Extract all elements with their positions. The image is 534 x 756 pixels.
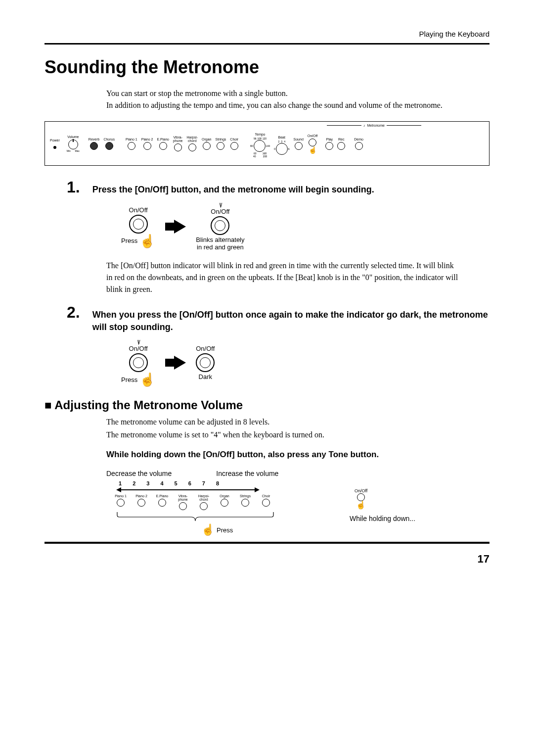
tone-button-icon	[179, 502, 187, 510]
tone-label: Organ	[202, 138, 211, 141]
chorus-label: Chorus	[103, 138, 115, 141]
tone-button-icon	[117, 499, 125, 507]
blink-lines-icon: \ | /	[220, 202, 222, 208]
onoff-caption: On/Off	[129, 345, 148, 352]
tone-label: Vibra- phone	[178, 494, 187, 501]
arrow-right-icon	[165, 220, 186, 234]
subsection-para-2: The metronome volume is set to "4" when …	[106, 429, 460, 441]
tone-button-icon	[221, 499, 228, 507]
tone-button-icon	[137, 499, 145, 507]
tone-label: Harpsi- chord	[187, 136, 198, 142]
hand-pointer-icon: ☝	[356, 501, 366, 509]
tone-button-icon	[143, 142, 151, 150]
chorus-button-icon	[105, 142, 113, 150]
rec-button-icon	[337, 142, 345, 150]
onoff-button-large-icon	[211, 216, 229, 235]
blink-lines-icon: \ | /	[137, 339, 139, 345]
power-label: Power	[50, 139, 60, 142]
page-number: 17	[44, 553, 490, 566]
press-caption: Press	[121, 376, 137, 383]
metronome-section-label: Metronome	[367, 124, 385, 127]
tone-button-icon	[230, 142, 238, 150]
onoff-button-icon	[357, 493, 365, 501]
hand-pointer-icon: ☝	[139, 373, 155, 386]
chapter-header: Playing the Keyboard	[44, 30, 490, 38]
tone-button-icon	[188, 143, 196, 151]
level-number: 4	[160, 480, 163, 486]
beat-label: Beat	[278, 136, 285, 139]
tone-label: Piano 1	[126, 138, 137, 141]
level-number: 1	[119, 480, 122, 486]
level-number: 5	[175, 480, 178, 486]
blink-caption: Blinks alternately in red and green	[196, 236, 244, 251]
tone-button-icon	[159, 142, 167, 150]
while-holding-caption: While holding down...	[350, 515, 415, 522]
tone-label: E.Piano	[156, 494, 169, 498]
tone-label: Choir	[230, 138, 238, 141]
step-2-heading: 2. When you press the [On/Off] button on…	[67, 303, 490, 333]
rule-bottom	[44, 542, 490, 544]
play-label: Play	[326, 138, 333, 141]
demo-label: Demo	[354, 138, 363, 141]
onoff-button-icon	[309, 139, 316, 146]
level-number: 8	[216, 480, 219, 486]
tone-label: Piano 1	[115, 494, 127, 498]
reverb-label: Reverb	[89, 138, 100, 141]
tone-button-icon	[128, 142, 135, 150]
onoff-label: On/Off	[308, 134, 318, 138]
tone-button-icon	[262, 499, 270, 507]
reverb-button-icon	[90, 142, 98, 150]
press-caption: Press	[121, 237, 137, 244]
tone-label: Vibra- phone	[173, 136, 182, 142]
arrow-left-icon	[116, 487, 121, 492]
beat-knob-icon	[276, 143, 288, 155]
hand-pointer-icon: ☝	[139, 235, 155, 247]
sound-label: Sound	[294, 138, 304, 141]
subsection-para-1: The metronome volume can be adjusted in …	[106, 416, 460, 428]
step-1-illustration: On/Off Press ☝ \ | / On/Off Blinks alter…	[121, 202, 490, 251]
metronome-glyph: ♪	[363, 124, 365, 127]
play-button-icon	[325, 142, 333, 150]
step-instruction: Press the [On/Off] button, and the metro…	[92, 185, 490, 195]
step-1-paragraph: The [On/Off] button indicator will blink…	[106, 260, 460, 295]
rule-top	[44, 43, 490, 45]
tone-button-icon	[200, 502, 208, 510]
tempo-knob-icon	[254, 140, 266, 152]
arrow-right-small-icon	[255, 487, 260, 492]
tone-label: Strings	[240, 494, 251, 498]
onoff-button-large-icon	[129, 353, 148, 372]
tone-button-icon	[217, 142, 224, 150]
tone-label: Organ	[220, 494, 229, 498]
level-number: 2	[133, 480, 135, 486]
dark-caption: Dark	[199, 373, 212, 380]
tone-label: Choir	[262, 494, 270, 498]
level-number: 7	[202, 480, 205, 486]
step-1-heading: 1. Press the [On/Off] button, and the me…	[67, 178, 490, 196]
tone-label: Piano 2	[141, 138, 153, 141]
press-caption: Press	[217, 526, 233, 534]
decrease-label: Decrease the volume	[106, 470, 172, 477]
tone-button-icon	[203, 142, 211, 150]
tone-button-icon	[174, 143, 182, 151]
volume-instruction: While holding down the [On/Off] button, …	[106, 449, 490, 461]
tone-button-icon	[158, 499, 166, 507]
sound-button-icon	[295, 142, 303, 150]
onoff-button-large-icon	[129, 215, 148, 234]
level-number: 3	[146, 480, 149, 486]
volume-label: Volume	[67, 135, 79, 139]
onoff-caption: On/Off	[129, 206, 148, 214]
rec-label: Rec	[338, 138, 344, 141]
control-panel-diagram: ♪ Metronome Power Volume MinMax Reverb C…	[44, 121, 490, 166]
step-number: 1.	[67, 178, 80, 196]
onoff-button-large-icon	[196, 353, 215, 372]
increase-label: Increase the volume	[216, 470, 278, 477]
tone-button-icon	[241, 499, 249, 507]
hand-pointer-icon: ☝	[201, 524, 215, 535]
demo-button-icon	[355, 142, 363, 150]
volume-range-labels: MinMax	[67, 149, 80, 152]
brace-icon	[112, 512, 280, 524]
tone-label: Piano 2	[135, 494, 147, 498]
level-number: 6	[188, 480, 191, 486]
tone-label: Harpsi- chord	[198, 494, 210, 501]
volume-knob-icon	[68, 140, 78, 149]
